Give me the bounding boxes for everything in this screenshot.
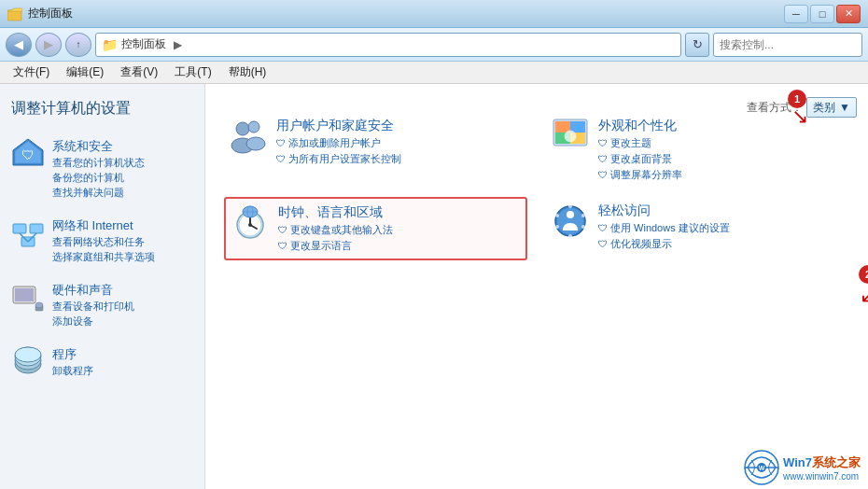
- watermark-url: www.winwin7.com: [783, 471, 861, 482]
- category-system: 🛡 系统和安全 查看您的计算机状态 备份您的计算机 查找并解决问题: [11, 137, 193, 200]
- hardware-link-1[interactable]: 查看设备和打印机: [52, 300, 193, 314]
- title-bar: 控制面板 ─ □ ✕: [0, 0, 868, 28]
- appearance-link-1[interactable]: 🛡 更改主题: [598, 136, 844, 150]
- right-cat-users: 用户帐户和家庭安全 🛡 添加或删除用户帐户 🛡 为所有用户设置家长控制: [224, 112, 527, 188]
- svg-point-17: [236, 122, 249, 135]
- svg-point-42: [568, 234, 572, 238]
- users-link-1[interactable]: 🛡 添加或删除用户帐户: [276, 136, 522, 150]
- win7-logo: W: [744, 450, 779, 485]
- menu-bar: 文件(F) 编辑(E) 查看(V) 工具(T) 帮助(H): [0, 62, 868, 84]
- menu-help[interactable]: 帮助(H): [221, 63, 274, 82]
- watermark-text-block: Win7系统之家 www.winwin7.com: [783, 454, 861, 482]
- programs-title[interactable]: 程序: [52, 347, 77, 361]
- system-link-2[interactable]: 备份您的计算机: [52, 171, 193, 185]
- view-dropdown[interactable]: 类别 ▼: [806, 97, 857, 118]
- svg-point-41: [581, 225, 585, 229]
- menu-edit[interactable]: 编辑(E): [59, 63, 111, 82]
- category-network: 网络和 Internet 查看网络状态和任务 选择家庭组和共享选项: [11, 217, 193, 264]
- view-toggle: 1 ↘ 查看方式： 类别 ▼: [747, 97, 857, 118]
- system-info: 系统和安全 查看您的计算机状态 备份您的计算机 查找并解决问题: [52, 137, 193, 200]
- clock-info: 时钟、语言和区域 🛡 更改键盘或其他输入法 🛡 更改显示语言: [278, 204, 520, 253]
- svg-rect-24: [570, 121, 585, 133]
- appearance-link-3[interactable]: 🛡 调整屏幕分辨率: [598, 168, 844, 182]
- refresh-button[interactable]: ↻: [685, 33, 709, 57]
- access-link-1[interactable]: 🛡 使用 Windows 建议的设置: [598, 221, 844, 235]
- svg-rect-4: [13, 224, 26, 233]
- programs-icon: [11, 345, 45, 379]
- path-text: 控制面板: [121, 36, 166, 52]
- programs-link-1[interactable]: 卸载程序: [52, 364, 193, 378]
- address-right: ↻ 🔍: [685, 33, 862, 57]
- programs-info: 程序 卸载程序: [52, 345, 193, 378]
- back-button[interactable]: ◀: [6, 33, 32, 57]
- system-link-1[interactable]: 查看您的计算机状态: [52, 156, 193, 170]
- svg-point-16: [15, 347, 41, 362]
- close-button[interactable]: ✕: [836, 5, 861, 23]
- search-input[interactable]: [714, 38, 862, 51]
- access-link-2[interactable]: 🛡 优化视频显示: [598, 237, 844, 251]
- clock-link-2[interactable]: 🛡 更改显示语言: [278, 239, 520, 253]
- watermark-text-1: Win7系统之家: [783, 454, 861, 471]
- access-info: 轻松访问 🛡 使用 Windows 建议的设置 🛡 优化视频显示: [598, 203, 844, 251]
- right-cat-clock: 2 ↙ 时: [224, 197, 527, 260]
- annotation-1: 1 ↘: [788, 90, 808, 129]
- svg-point-39: [568, 204, 572, 208]
- network-info: 网络和 Internet 查看网络状态和任务 选择家庭组和共享选项: [52, 217, 193, 264]
- svg-point-32: [248, 223, 252, 227]
- svg-rect-23: [555, 121, 570, 133]
- restore-button[interactable]: □: [810, 5, 834, 23]
- svg-point-12: [35, 302, 43, 308]
- network-icon: [11, 217, 45, 250]
- up-button[interactable]: ↑: [65, 33, 91, 57]
- clock-icon: [231, 204, 269, 242]
- annotation-2: 2 ↙: [859, 265, 868, 308]
- clock-title[interactable]: 时钟、语言和区域: [278, 204, 520, 221]
- network-link-2[interactable]: 选择家庭组和共享选项: [52, 250, 193, 264]
- menu-file[interactable]: 文件(F): [6, 63, 57, 82]
- hardware-info: 硬件和声音 查看设备和打印机 添加设备: [52, 281, 193, 328]
- users-title[interactable]: 用户帐户和家庭安全: [276, 118, 522, 134]
- svg-point-27: [565, 131, 576, 142]
- search-box[interactable]: 🔍: [713, 33, 862, 57]
- minimize-button[interactable]: ─: [784, 5, 808, 23]
- svg-rect-5: [30, 224, 43, 233]
- svg-point-18: [248, 121, 259, 133]
- appearance-icon: [552, 118, 589, 155]
- network-title[interactable]: 网络和 Internet: [52, 218, 133, 232]
- users-link-2[interactable]: 🛡 为所有用户设置家长控制: [276, 152, 522, 166]
- svg-point-44: [555, 214, 559, 217]
- users-icon: [230, 118, 267, 155]
- hardware-title[interactable]: 硬件和声音: [52, 283, 113, 297]
- svg-text:W: W: [759, 465, 765, 471]
- page-title: 调整计算机的设置: [11, 99, 193, 119]
- network-link-1[interactable]: 查看网络状态和任务: [52, 235, 193, 249]
- clock-link-1[interactable]: 🛡 更改键盘或其他输入法: [278, 223, 520, 237]
- svg-rect-0: [7, 10, 21, 21]
- address-path[interactable]: 📁 控制面板 ▶: [95, 33, 681, 57]
- svg-point-20: [246, 137, 265, 150]
- category-programs: 程序 卸载程序: [11, 345, 193, 379]
- address-bar: ◀ ▶ ↑ 📁 控制面板 ▶ ↻ 🔍: [0, 28, 868, 62]
- menu-tools[interactable]: 工具(T): [167, 63, 218, 82]
- system-icon: 🛡: [11, 137, 45, 171]
- path-arrow: ▶: [174, 38, 182, 51]
- watermark: W Win7系统之家 www.winwin7.com: [744, 450, 861, 485]
- title-controls: ─ □ ✕: [784, 5, 861, 23]
- appearance-link-2[interactable]: 🛡 更改桌面背景: [598, 152, 844, 166]
- right-categories: 用户帐户和家庭安全 🛡 添加或删除用户帐户 🛡 为所有用户设置家长控制: [224, 112, 849, 260]
- hardware-icon: [11, 281, 45, 314]
- menu-view[interactable]: 查看(V): [113, 63, 165, 82]
- right-panel: 1 ↘ 查看方式： 类别 ▼: [205, 84, 868, 489]
- folder-icon: [7, 7, 22, 21]
- svg-rect-10: [15, 288, 34, 301]
- svg-point-40: [581, 214, 585, 217]
- forward-button[interactable]: ▶: [35, 33, 62, 57]
- hardware-link-2[interactable]: 添加设备: [52, 314, 193, 328]
- svg-point-43: [555, 225, 559, 229]
- category-hardware: 硬件和声音 查看设备和打印机 添加设备: [11, 281, 193, 328]
- title-bar-left: 控制面板: [7, 6, 73, 21]
- system-title[interactable]: 系统和安全: [52, 139, 113, 153]
- system-link-3[interactable]: 查找并解决问题: [52, 186, 193, 200]
- left-panel: 调整计算机的设置 🛡 系统和安全 查看您的计算机状态 备份您的计算机 查找并解决…: [0, 84, 205, 489]
- access-title[interactable]: 轻松访问: [598, 203, 844, 219]
